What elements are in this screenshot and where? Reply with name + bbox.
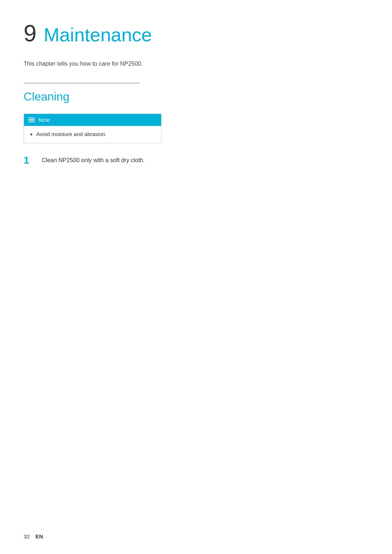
- chapter-number: 9: [24, 22, 37, 45]
- page-footer: 32 EN: [24, 533, 43, 539]
- chapter-title: Maintenance: [44, 25, 152, 44]
- section-heading: Cleaning: [24, 90, 194, 103]
- section-divider: [24, 83, 140, 83]
- step-1-text: Clean NP2500 only with a soft dry cloth.: [42, 154, 145, 165]
- page-content: 9 Maintenance This chapter tells you how…: [0, 0, 218, 195]
- step-1-container: 1 Clean NP2500 only with a soft dry clot…: [24, 154, 194, 167]
- note-icon-line-1: [28, 118, 35, 119]
- note-header: Note: [24, 114, 161, 126]
- intro-text: This chapter tells you how to care for N…: [24, 59, 194, 68]
- footer-page-number: 32: [24, 533, 30, 539]
- note-icon-line-3: [28, 122, 35, 123]
- footer-language: EN: [36, 533, 43, 539]
- step-1-number: 1: [24, 154, 34, 167]
- note-icon: [28, 118, 35, 123]
- note-label: Note: [38, 117, 50, 123]
- note-box: Note Avoid moisture and abrasion.: [24, 114, 162, 143]
- note-list: Avoid moisture and abrasion.: [30, 130, 155, 139]
- note-list-item: Avoid moisture and abrasion.: [36, 130, 155, 139]
- note-icon-line-2: [28, 119, 35, 120]
- chapter-heading: 9 Maintenance: [24, 22, 194, 45]
- note-body: Avoid moisture and abrasion.: [24, 126, 161, 143]
